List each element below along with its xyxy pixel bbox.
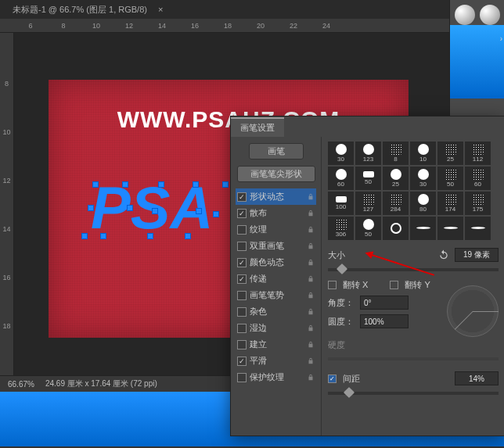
brush-preview-orb[interactable] — [480, 5, 500, 25]
ruler-tick: 16 — [178, 22, 211, 30]
hardness-slider — [328, 357, 499, 360]
brush-settings-panel: 画笔设置 画笔 画笔笔尖形状 形状动态散布纹理双重画笔颜色动态传递画笔笔势杂色湿… — [230, 116, 504, 436]
brush-thumbnail[interactable]: 127 — [355, 192, 381, 215]
brush-option-row[interactable]: 传递 — [236, 271, 316, 287]
option-checkbox[interactable] — [237, 242, 247, 251]
flip-x-checkbox[interactable] — [328, 281, 337, 289]
ruler-tick: 8 — [5, 80, 9, 113]
document-dimensions: 24.69 厘米 x 17.64 厘米 (72 ppi) — [45, 378, 157, 389]
brush-thumbnail[interactable]: 8 — [383, 142, 409, 165]
ruler-tick: 18 — [211, 22, 244, 30]
lock-icon[interactable] — [307, 242, 315, 251]
brush-thumbnail[interactable]: 112 — [465, 142, 491, 165]
brush-option-row[interactable]: 画笔笔势 — [236, 287, 316, 303]
brush-preview-orb[interactable] — [455, 5, 475, 25]
brush-option-row[interactable]: 颜色动态 — [236, 254, 316, 271]
spacing-checkbox[interactable] — [328, 375, 337, 383]
lock-icon[interactable] — [307, 274, 315, 284]
spacing-input[interactable] — [455, 371, 499, 385]
brush-option-row[interactable]: 双重画笔 — [236, 238, 316, 254]
lock-icon[interactable] — [307, 307, 315, 317]
option-checkbox[interactable] — [237, 373, 247, 382]
option-checkbox[interactable] — [237, 209, 247, 218]
option-checkbox[interactable] — [237, 291, 247, 300]
brush-thumbnail[interactable]: 30 — [410, 167, 436, 190]
lock-icon[interactable] — [307, 192, 315, 202]
option-label: 散布 — [250, 207, 307, 219]
brush-option-row[interactable]: 保护纹理 — [236, 369, 316, 385]
brush-presets-button[interactable]: 画笔 — [249, 143, 304, 159]
close-tab-icon[interactable]: × — [158, 5, 163, 14]
ruler-tick: 24 — [310, 22, 343, 30]
brush-thumbnail[interactable]: 25 — [383, 167, 409, 190]
option-checkbox[interactable] — [237, 258, 247, 267]
brush-thumbnail[interactable]: 306 — [328, 217, 354, 240]
panel-header: 画笔设置 — [231, 116, 504, 137]
lock-icon[interactable] — [307, 209, 315, 218]
brush-thumbnail-grid: 3012381025112605025305060100127284801741… — [328, 142, 499, 240]
flip-y-checkbox[interactable] — [390, 281, 398, 289]
brush-thumbnail[interactable]: 100 — [328, 192, 354, 215]
lock-icon[interactable] — [307, 225, 315, 235]
brush-thumbnail[interactable] — [383, 217, 409, 240]
spacing-label: 间距 — [343, 373, 360, 385]
brush-thumbnail[interactable] — [410, 217, 436, 240]
option-checkbox[interactable] — [237, 307, 247, 317]
spacing-slider[interactable] — [328, 392, 499, 395]
brush-properties: 3012381025112605025305060100127284801741… — [322, 137, 504, 435]
brush-option-row[interactable]: 建立 — [236, 336, 316, 353]
option-label: 颜色动态 — [250, 256, 307, 268]
brush-options-list: 画笔 画笔笔尖形状 形状动态散布纹理双重画笔颜色动态传递画笔笔势杂色湿边建立平滑… — [231, 137, 322, 435]
lock-icon[interactable] — [307, 357, 315, 366]
vector-path-text[interactable]: PSA — [91, 174, 213, 242]
brush-option-row[interactable]: 形状动态 — [236, 188, 316, 205]
zoom-level[interactable]: 66.67% — [8, 380, 34, 389]
brush-thumbnail[interactable]: 60 — [328, 167, 354, 190]
brush-thumbnail[interactable] — [437, 217, 463, 240]
option-checkbox[interactable] — [237, 274, 247, 284]
chevron-right-icon[interactable]: › — [500, 34, 502, 43]
brush-tip-shape-button[interactable]: 画笔笔尖形状 — [237, 166, 315, 182]
brush-thumbnail[interactable]: 80 — [410, 192, 436, 215]
brush-thumbnail[interactable]: 30 — [328, 142, 354, 165]
size-input[interactable] — [455, 248, 499, 262]
option-label: 建立 — [250, 339, 307, 350]
option-checkbox[interactable] — [237, 225, 247, 235]
option-checkbox[interactable] — [237, 192, 247, 202]
brush-thumbnail[interactable] — [465, 217, 491, 240]
lock-icon[interactable] — [307, 258, 315, 267]
brush-thumbnail[interactable]: 123 — [355, 142, 381, 165]
reset-size-icon[interactable] — [437, 249, 450, 261]
brush-thumbnail[interactable]: 175 — [465, 192, 491, 215]
brush-option-row[interactable]: 散布 — [236, 205, 316, 221]
lock-icon[interactable] — [307, 340, 315, 349]
lock-icon[interactable] — [307, 373, 315, 382]
ruler-tick: 20 — [244, 22, 277, 30]
ruler-tick: 10 — [80, 22, 113, 30]
brush-thumbnail[interactable]: 50 — [355, 217, 381, 240]
brush-thumbnail[interactable]: 60 — [465, 167, 491, 190]
brush-option-row[interactable]: 湿边 — [236, 320, 316, 336]
brush-thumbnail[interactable]: 50 — [355, 167, 381, 190]
brush-thumbnail[interactable]: 10 — [410, 142, 436, 165]
brush-thumbnail[interactable]: 25 — [437, 142, 463, 165]
brush-option-row[interactable]: 纹理 — [236, 221, 316, 238]
document-tab[interactable]: 未标题-1 @ 66.7% (图层 1, RGB/8) — [6, 2, 153, 17]
option-checkbox[interactable] — [237, 324, 247, 333]
ruler-horizontal: 681012141618202224 — [0, 19, 504, 33]
brush-thumbnail[interactable]: 284 — [383, 192, 409, 215]
nav-preview[interactable] — [450, 25, 504, 99]
angle-input[interactable] — [360, 296, 409, 310]
brush-option-row[interactable]: 杂色 — [236, 303, 316, 320]
option-checkbox[interactable] — [237, 340, 247, 349]
lock-icon[interactable] — [307, 291, 315, 300]
ruler-tick: 6 — [14, 22, 47, 30]
brush-thumbnail[interactable]: 174 — [437, 192, 463, 215]
angle-dial[interactable] — [447, 285, 499, 337]
brush-option-row[interactable]: 平滑 — [236, 353, 316, 369]
panel-tab-brush-settings[interactable]: 画笔设置 — [231, 117, 284, 137]
option-checkbox[interactable] — [237, 357, 247, 366]
roundness-input[interactable] — [360, 314, 409, 328]
lock-icon[interactable] — [307, 324, 315, 333]
brush-thumbnail[interactable]: 50 — [437, 167, 463, 190]
